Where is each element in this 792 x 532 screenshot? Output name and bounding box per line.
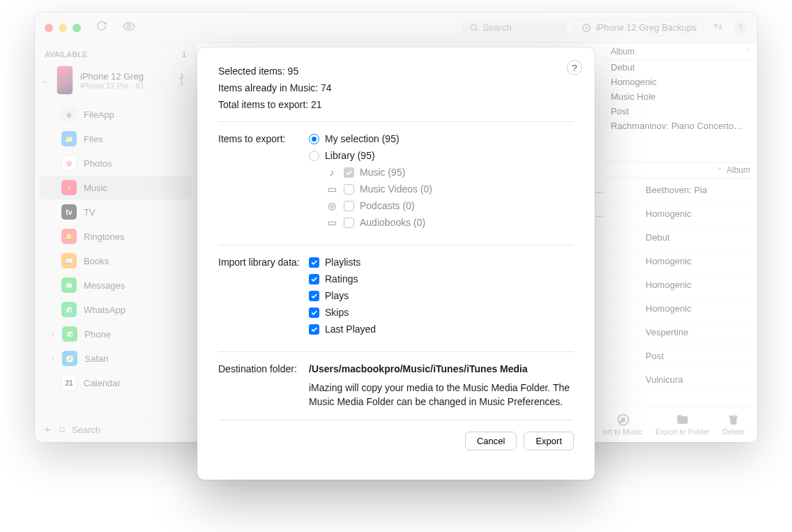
sidebar-item-files[interactable]: 📁Files — [39, 127, 192, 151]
audiobook-icon: ▭ — [326, 217, 338, 228]
add-button[interactable]: ＋ — [42, 423, 53, 437]
checkbox-last-played[interactable]: Last Played — [309, 324, 574, 335]
device-row[interactable]: ⌄ iPhone 12 Greg iPhone 12 Pro - iO… — [35, 61, 196, 99]
sidebar-item-label: TV — [84, 207, 96, 218]
song-album: Vulnicura — [646, 374, 750, 385]
checkbox-checked-icon — [309, 307, 319, 318]
sidebar: AVAILABLE 1 ⌄ iPhone 12 Greg iPhone 12 P… — [35, 43, 197, 442]
radio-library[interactable]: Library (95) — [309, 150, 574, 161]
maximize-window-button[interactable] — [73, 24, 81, 32]
app-icon: ♪ — [61, 180, 77, 195]
app-icon: ◆ — [61, 107, 77, 122]
song-album: Homogenic — [646, 256, 750, 266]
album-list-item[interactable]: Music Hole — [604, 89, 757, 104]
sidebar-item-ringtones[interactable]: 🔔Ringtones — [39, 225, 192, 248]
app-icon: 🔔 — [61, 229, 77, 244]
help-icon[interactable]: ? — [733, 21, 747, 35]
checkbox-unchecked-icon — [344, 201, 354, 211]
radio-my-selection[interactable]: My selection (95) — [309, 133, 574, 144]
song-album: Homogenic — [646, 303, 750, 314]
refresh-icon[interactable] — [96, 20, 107, 35]
app-icon: ✉ — [61, 278, 77, 293]
album-column-header[interactable]: Album ⌃ — [604, 43, 757, 60]
sidebar-item-label: Safari — [84, 354, 108, 364]
sub-option-audiobooks: ▭ Audiobooks (0) — [326, 217, 574, 228]
checkbox-unchecked-icon — [344, 184, 354, 195]
items-to-export-label: Items to export: — [218, 133, 309, 234]
selected-items-label: Selected items: 95 — [218, 66, 574, 77]
sidebar-item-label: Photos — [84, 158, 112, 169]
export-button[interactable]: Export — [524, 432, 574, 450]
titlebar: Search iPhone 12 Greg Backups ? — [35, 13, 757, 43]
dialog-summary: Selected items: 95 Items already in Musi… — [218, 66, 574, 110]
checkbox-checked-icon — [309, 257, 319, 268]
album-list: DebutHomogenicMusic HolePostRachmaninov:… — [604, 60, 757, 133]
sidebar-item-fileapp[interactable]: ◆FileApp — [39, 102, 192, 126]
usb-icon — [177, 73, 186, 88]
album-list-item[interactable]: Homogenic — [604, 75, 757, 89]
sidebar-item-messages[interactable]: ✉Messages — [39, 273, 192, 297]
sidebar-item-label: WhatsApp — [84, 305, 125, 315]
eye-icon[interactable] — [123, 20, 135, 35]
app-icon: 📁 — [61, 131, 77, 146]
app-icon: 🧭 — [62, 351, 77, 366]
device-thumbnail — [56, 66, 73, 95]
backups-button[interactable]: iPhone 12 Greg Backups — [574, 19, 704, 36]
checkbox-checked-icon — [309, 274, 319, 284]
sidebar-item-calendar[interactable]: 21Calendar — [39, 371, 192, 395]
device-name: iPhone 12 Greg — [80, 71, 151, 82]
cancel-button[interactable]: Cancel — [465, 432, 517, 450]
sidebar-item-phone[interactable]: ›✆Phone — [39, 322, 192, 346]
song-album: Post — [646, 351, 750, 361]
checkbox-plays[interactable]: Plays — [309, 290, 574, 301]
sub-option-music-videos: ▭ Music Videos (0) — [326, 183, 574, 195]
already-in-music-label: Items already in Music: 74 — [218, 82, 574, 93]
album-list-item[interactable]: Post — [604, 104, 757, 119]
sidebar-section-label: AVAILABLE — [45, 50, 87, 59]
minimize-window-button[interactable] — [59, 24, 67, 32]
checkbox-skips[interactable]: Skips — [309, 307, 574, 318]
checkbox-playlists[interactable]: Playlists — [309, 257, 574, 268]
app-icon: 📖 — [61, 253, 77, 268]
delete-button[interactable]: Delete — [722, 413, 745, 436]
app-icon: tv — [61, 204, 77, 220]
sidebar-item-whatsapp[interactable]: ✆WhatsApp — [39, 298, 192, 321]
sidebar-item-label: Files — [84, 134, 102, 144]
song-column-header[interactable]: ⌃ Album — [604, 162, 757, 178]
dialog-help-button[interactable]: ? — [567, 60, 582, 75]
export-dialog: ? Selected items: 95 Items already in Mu… — [197, 47, 595, 480]
song-album: Debut — [646, 232, 750, 243]
sidebar-item-photos[interactable]: ✿Photos — [39, 151, 192, 175]
checkbox-unchecked-icon — [344, 218, 354, 228]
sidebar-item-tv[interactable]: tvTV — [39, 200, 192, 224]
chevron-down-icon: ⌄ — [42, 76, 48, 85]
search-placeholder: Search — [482, 22, 511, 33]
chevron-up-icon: ⌃ — [717, 167, 722, 174]
sidebar-item-books[interactable]: 📖Books — [39, 249, 192, 273]
sidebar-item-music[interactable]: ♪Music — [39, 176, 192, 199]
device-subtitle: iPhone 12 Pro - iO… — [80, 82, 151, 90]
sidebar-search-input[interactable] — [72, 425, 189, 435]
album-list-item[interactable]: Debut — [604, 60, 757, 75]
sidebar-footer: ＋ — [35, 417, 196, 442]
podcast-icon: ◎ — [326, 200, 338, 211]
svg-point-0 — [128, 25, 131, 29]
destination-note: iMazing will copy your media to the Musi… — [309, 381, 574, 409]
checkbox-ratings[interactable]: Ratings — [309, 273, 574, 284]
close-window-button[interactable] — [45, 24, 53, 32]
sidebar-item-safari[interactable]: ›🧭Safari — [39, 347, 192, 370]
destination-folder-label: Destination folder: — [218, 363, 309, 409]
app-icon: ✿ — [61, 155, 77, 171]
export-to-folder-button[interactable]: Export to Folder — [655, 413, 710, 436]
export-to-music-button[interactable]: ort to Music — [603, 413, 643, 436]
transfer-icon[interactable] — [713, 21, 724, 34]
album-list-item[interactable]: Rachmaninov: Piano Concerto… — [604, 119, 757, 133]
total-to-export-label: Total items to export: 21 — [218, 99, 574, 110]
titlebar-search[interactable]: Search — [462, 20, 567, 36]
sidebar-item-label: Music — [84, 183, 107, 193]
svg-point-3 — [181, 83, 182, 84]
window-controls — [45, 24, 81, 32]
sidebar-item-label: Calendar — [84, 378, 121, 388]
song-album: Beethoven: Pia — [646, 185, 750, 195]
svg-point-4 — [60, 427, 64, 432]
